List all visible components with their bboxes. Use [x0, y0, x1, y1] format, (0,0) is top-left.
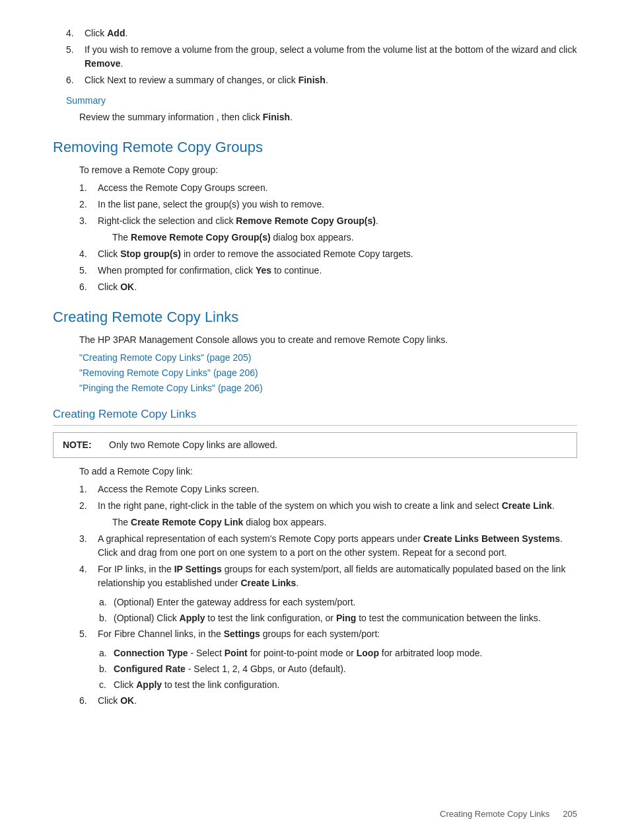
bold-yes: Yes [256, 265, 271, 276]
creating-main-title: Creating Remote Copy Links [53, 306, 577, 328]
list-content: Click OK. [98, 280, 577, 294]
bold-finish: Finish [298, 75, 326, 85]
creating-main-intro: The HP 3PAR Management Console allows yo… [79, 333, 577, 347]
bold-connection-type: Connection Type [114, 648, 188, 658]
bold-create-links: Create Links [240, 578, 296, 588]
list-content-indent: The Create Remote Copy Link dialog box a… [112, 515, 577, 529]
bold-settings: Settings [224, 629, 260, 639]
list-item: 4. For IP links, in the IP Settings grou… [79, 562, 577, 590]
bold-remove-group: Remove Remote Copy Group(s) [236, 215, 376, 226]
list-num: 5. [79, 627, 98, 641]
bold-apply-4b: Apply [180, 613, 205, 623]
list-content: If you wish to remove a volume from the … [85, 43, 577, 71]
bold-apply-5c: Apply [136, 679, 162, 690]
bold-finish-summary: Finish [263, 112, 290, 122]
alpha-content: Configured Rate - Select 1, 2, 4 Gbps, o… [114, 662, 577, 676]
bold-point: Point [225, 648, 248, 658]
list-content: Click Add. [85, 26, 577, 40]
list-num: 6. [79, 694, 98, 708]
list-num: 2. [79, 198, 98, 211]
list-content: A graphical representation of each syste… [98, 532, 577, 560]
summary-body: Review the summary information , then cl… [79, 110, 577, 124]
footer-title: Creating Remote Copy Links [440, 808, 549, 821]
list-content: For Fibre Channel links, in the Settings… [98, 627, 577, 641]
list-num: 1. [79, 482, 98, 496]
removing-numbered-list: 1. Access the Remote Copy Groups screen.… [79, 181, 577, 294]
creating-remote-copy-links-sub-section: Creating Remote Copy Links NOTE: Only tw… [53, 406, 577, 708]
alpha-list-item: b. (Optional) Click Apply to test the li… [99, 611, 577, 625]
creating-sub-numbered-list-2: 5. For Fibre Channel links, in the Setti… [79, 627, 577, 641]
bold-ok-6: OK [120, 695, 134, 706]
note-label: NOTE: [63, 438, 102, 452]
footer-page-num: 205 [563, 808, 577, 821]
removing-section-title: Removing Remote Copy Groups [53, 136, 577, 158]
list-num: 3. [79, 214, 98, 228]
list-item: 5. If you wish to remove a volume from t… [53, 43, 577, 71]
alpha-label: a. [99, 595, 114, 609]
alpha-content: (Optional) Enter the gateway address for… [114, 595, 577, 609]
list-num: 6. [79, 280, 98, 294]
bold-create-links-between: Create Links Between Systems [423, 533, 560, 544]
list-item-indent: The Remove Remote Copy Group(s) dialog b… [79, 231, 577, 245]
alpha-list-item: a. (Optional) Enter the gateway address … [99, 595, 577, 609]
bold-ok: OK [120, 282, 134, 292]
list-content: Access the Remote Copy Links screen. [98, 482, 577, 496]
creating-sub-numbered-list-3: 6. Click OK. [79, 694, 577, 708]
alpha-content: Connection Type - Select Point for point… [114, 646, 577, 660]
alpha-content: (Optional) Click Apply to test the link … [114, 611, 577, 625]
bold-configured-rate: Configured Rate [114, 664, 186, 674]
alpha-list-item: b. Configured Rate - Select 1, 2, 4 Gbps… [99, 662, 577, 676]
bold-ping: Ping [336, 613, 356, 623]
list-content-indent: The Remove Remote Copy Group(s) dialog b… [112, 231, 577, 245]
list-content: In the right pane, right-click in the ta… [98, 499, 577, 513]
alpha-list-item: a. Connection Type - Select Point for po… [99, 646, 577, 660]
intro-list: 4. Click Add. 5. If you wish to remove a… [53, 26, 577, 87]
list-item: 4. Click Add. [53, 26, 577, 40]
note-content: Only two Remote Copy links are allowed. [109, 438, 277, 452]
bold-create-remote-copy-link: Create Remote Copy Link [131, 517, 243, 527]
list-content: Click OK. [98, 694, 577, 708]
bold-stop-groups: Stop group(s) [120, 248, 181, 259]
list-num: 3. [79, 532, 98, 560]
list-content: Right-click the selection and click Remo… [98, 214, 577, 228]
alpha-list-item: c. Click Apply to test the link configur… [99, 678, 577, 692]
list-content: Access the Remote Copy Groups screen. [98, 181, 577, 195]
alpha-label: a. [99, 646, 114, 660]
removing-remote-copy-groups-section: Removing Remote Copy Groups To remove a … [53, 136, 577, 294]
alpha-label: b. [99, 611, 114, 625]
link-creating[interactable]: "Creating Remote Copy Links" (page 205) [79, 351, 577, 365]
link-removing[interactable]: "Removing Remote Copy Links" (page 206) [79, 366, 577, 380]
item5-alpha-list: a. Connection Type - Select Point for po… [99, 646, 577, 692]
creating-sub-title: Creating Remote Copy Links [53, 406, 577, 426]
list-num: 4. [66, 26, 85, 40]
list-item: 3. Right-click the selection and click R… [79, 214, 577, 228]
list-item: 5. When prompted for confirmation, click… [79, 264, 577, 278]
alpha-label: c. [99, 678, 114, 692]
bold-create-link: Create Link [502, 500, 552, 511]
creating-sub-numbered-list: 1. Access the Remote Copy Links screen. … [79, 482, 577, 590]
summary-title: Summary [66, 94, 577, 108]
creating-remote-copy-links-main-section: Creating Remote Copy Links The HP 3PAR M… [53, 306, 577, 395]
page: 4. Click Add. 5. If you wish to remove a… [0, 0, 630, 840]
summary-section: Summary Review the summary information ,… [53, 94, 577, 124]
list-item: 5. For Fibre Channel links, in the Setti… [79, 627, 577, 641]
bold-ip-settings: IP Settings [174, 564, 222, 574]
list-num: 2. [79, 499, 98, 513]
list-item: 4. Click Stop group(s) in order to remov… [79, 247, 577, 261]
list-item-indent: The Create Remote Copy Link dialog box a… [79, 515, 577, 529]
item4-alpha-list: a. (Optional) Enter the gateway address … [99, 595, 577, 625]
list-content: In the list pane, select the group(s) yo… [98, 198, 577, 211]
bold-remove-group-dialog: Remove Remote Copy Group(s) [131, 232, 271, 243]
list-num: 4. [79, 247, 98, 261]
link-pinging[interactable]: "Pinging the Remote Copy Links" (page 20… [79, 381, 577, 395]
list-item: 2. In the list pane, select the group(s)… [79, 198, 577, 211]
removing-intro: To remove a Remote Copy group: [79, 163, 577, 177]
page-footer: Creating Remote Copy Links 205 [440, 808, 577, 821]
list-item: 2. In the right pane, right-click in the… [79, 499, 577, 513]
list-item: 1. Access the Remote Copy Links screen. [79, 482, 577, 496]
bold-loop: Loop [357, 648, 379, 658]
list-content: Click Next to review a summary of change… [85, 73, 577, 87]
list-num: 5. [79, 264, 98, 278]
list-item: 3. A graphical representation of each sy… [79, 532, 577, 560]
list-num: 1. [79, 181, 98, 195]
